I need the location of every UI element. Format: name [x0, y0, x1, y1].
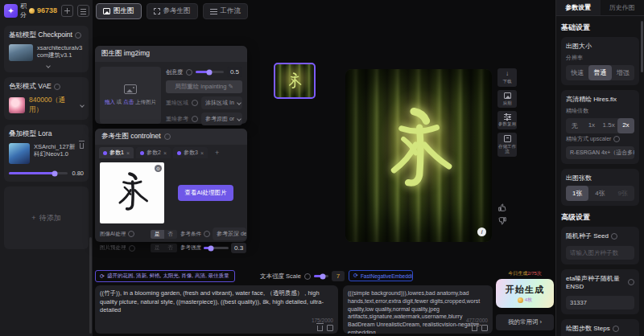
hires-none[interactable]: 无 — [566, 118, 583, 133]
translate-keywords-pill[interactable]: ⟳ 盛开的花园, 清新, 鲜艳, 太阳光, 肖像, 高清, 最佳质量 — [95, 270, 235, 282]
batch-9[interactable]: 9张 — [612, 186, 634, 201]
denoise-value[interactable]: 0.5 — [227, 67, 242, 77]
thumbs-up-icon[interactable] — [497, 203, 507, 212]
image-info-badge[interactable]: i — [477, 227, 486, 236]
mode-tabs: 图生图 参考生图 工作流 — [96, 3, 248, 19]
controlnet-tab-label: 参数1 — [109, 149, 124, 157]
tab-workflow[interactable]: 工作流 — [203, 3, 249, 19]
batch-4[interactable]: 4张 — [588, 186, 611, 201]
clear-prompt-icon[interactable] — [317, 326, 323, 331]
no-option[interactable]: 否 — [164, 244, 178, 252]
app-logo-icon[interactable]: ✦ — [4, 4, 18, 18]
enabled-dot-icon — [177, 151, 181, 155]
expand-prompt-icon[interactable] — [481, 325, 488, 331]
yes-option[interactable]: 是 — [151, 244, 164, 252]
vae-thumbnail[interactable] — [9, 97, 25, 113]
reuse-params-button[interactable]: 参数复用 — [497, 111, 517, 129]
cfg-scale-label: 文本强度 Scale — [260, 272, 301, 281]
denoise-slider[interactable] — [196, 71, 224, 73]
condition-label: 参考条件 — [180, 231, 201, 238]
controlnet-tab-2[interactable]: 参数2 × — [136, 147, 171, 158]
controlnet-reference-image[interactable]: ⚙ — [100, 162, 164, 223]
negative-prompt-box[interactable]: (((simple background))),lowres,bad anato… — [343, 285, 493, 334]
close-icon[interactable]: × — [163, 150, 167, 156]
tab-reference-gen[interactable]: 参考生图 — [147, 3, 198, 19]
sidebar-scrollbar[interactable] — [89, 237, 92, 334]
positive-prompt-text[interactable]: ((竹子)), in a blooming garden, (fresh and… — [100, 289, 333, 315]
no-option[interactable]: 否 — [164, 230, 178, 239]
tab-parameter-settings[interactable]: 参数设置 — [556, 0, 601, 15]
gear-icon[interactable]: ⚙ — [155, 165, 162, 172]
generated-image[interactable]: i — [345, 69, 492, 242]
positive-prompt-box[interactable]: ((竹子)), in a blooming garden, (fresh and… — [95, 285, 338, 334]
vae-card[interactable]: 色彩模式 VAE 840000（通用） — [4, 77, 89, 120]
lora-card[interactable]: 叠加模型 Lora XSArchi_127新科幻Neov1.0 0.80 — [4, 125, 89, 182]
controlnet-tab-1[interactable]: 参数1 × — [99, 147, 134, 158]
upscaler-select[interactable]: R-ESRGAN 4x+（适合多种风 — [566, 146, 634, 159]
generate-button[interactable]: 开始生成 4枚 — [496, 279, 554, 308]
hires-scale-label: 精绘倍数 — [566, 107, 634, 115]
download-button[interactable]: ↓ 下载 — [497, 68, 517, 87]
redraw-ref-select[interactable]: 参考原图 or — [201, 113, 242, 125]
preprocess-toggle[interactable]: 是 否 — [151, 244, 177, 252]
canvas-area: 图生图 参考生图 工作流 图生图 img2img 拖入 或 — [93, 0, 555, 336]
view-processed-image-button[interactable]: 查看AI处理图片 — [178, 185, 233, 201]
hires-1x[interactable]: 1x — [583, 118, 600, 133]
hires-1-5x[interactable]: 1.5x — [601, 118, 617, 133]
condition-select[interactable]: 参考景深 dept — [213, 227, 246, 240]
checkpoint-card[interactable]: 基础模型 Checkpoint xsarchitecturalv3com建筑v3… — [4, 26, 89, 72]
ai-process-toggle[interactable]: 是 否 — [151, 230, 177, 239]
result-thumbnail[interactable] — [274, 63, 316, 99]
lora-thumbnail[interactable] — [9, 143, 30, 164]
negative-embedding-pill[interactable]: ⟳ FastNegativeEmbedding — [349, 270, 413, 281]
checkpoint-model-name: xsarchitecturalv3com建筑v3.1 — [37, 44, 84, 59]
checkpoint-thumbnail[interactable] — [9, 44, 33, 61]
refresh-icon[interactable]: ⟳ — [353, 272, 358, 279]
region-select[interactable]: 涂抹区域 In — [201, 96, 242, 109]
resolution-enhanced[interactable]: 增强 — [612, 65, 634, 80]
negative-embedding-label: FastNegativeEmbedding — [361, 273, 413, 279]
chevron-down-icon[interactable] — [46, 64, 51, 68]
resolution-normal[interactable]: 普通 — [588, 65, 611, 80]
add-lora-button[interactable]: + 待添加 — [4, 186, 89, 249]
menu-icon[interactable] — [77, 5, 89, 17]
clear-prompt-icon[interactable] — [472, 326, 477, 331]
thumbs-down-icon[interactable] — [497, 216, 507, 226]
info-icon — [128, 231, 134, 237]
close-icon[interactable]: × — [126, 150, 130, 156]
save-workflow-button[interactable]: 存储工作流 — [497, 133, 517, 157]
expand-prompt-icon[interactable] — [327, 325, 333, 331]
tab-label: 图生图 — [114, 6, 134, 16]
yong-glyph-small — [285, 72, 304, 91]
image-upload-dropzone[interactable]: 拖入 或 点击 上传图片 — [100, 67, 161, 124]
chevron-down-icon[interactable] — [80, 103, 85, 108]
close-icon[interactable]: × — [200, 150, 204, 156]
strength-slider[interactable] — [204, 247, 229, 249]
denoise-label: 创意度 — [166, 68, 183, 76]
inpainting-button[interactable]: 局部重绘 inpainting ✎ — [166, 80, 242, 93]
my-phrases-button[interactable]: 我的常用词 › — [496, 314, 554, 330]
refresh-icon[interactable]: ⟳ — [100, 273, 105, 280]
settings-scrollbar[interactable] — [641, 21, 643, 72]
seed-input[interactable] — [566, 246, 634, 260]
cfg-scale-value[interactable]: 7 — [332, 271, 345, 281]
hires-2x[interactable]: 2x — [617, 118, 634, 133]
add-controlnet-tab-button[interactable]: + — [210, 147, 224, 158]
tab-history[interactable]: 历史作图 — [601, 0, 644, 15]
grid-view-icon[interactable] — [61, 5, 73, 17]
postprocess-button[interactable]: 后期 — [497, 90, 517, 109]
inpainting-label: 局部重绘 inpainting — [175, 83, 226, 90]
ensd-input[interactable] — [566, 296, 634, 309]
reference-icon — [154, 8, 160, 14]
controlnet-tab-3[interactable]: 参数3 × — [173, 147, 208, 158]
click-label[interactable]: 点击 — [123, 99, 134, 104]
yes-option[interactable]: 是 — [151, 230, 164, 239]
batch-1[interactable]: 1张 — [566, 186, 588, 201]
tab-img2img[interactable]: 图生图 — [96, 3, 142, 19]
cfg-scale-slider[interactable] — [314, 275, 328, 277]
strength-value[interactable]: 0.3 — [231, 243, 246, 253]
delete-lora-icon[interactable] — [80, 143, 84, 149]
lora-weight-slider[interactable] — [9, 172, 68, 174]
resolution-fast[interactable]: 快速 — [566, 65, 588, 80]
controlnet-panel: 参考生图 controlnet 参数1 × 参数2 × 参数3 × — [95, 129, 247, 242]
